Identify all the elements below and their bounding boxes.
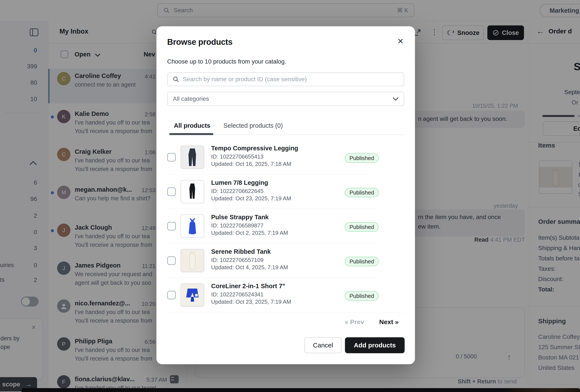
product-row[interactable]: Pulse Strappy Tank ID: 10222706589877 Up…: [156, 209, 415, 243]
product-search-placeholder: Search by name or product ID (case sensi…: [183, 76, 307, 83]
product-checkbox[interactable]: [167, 187, 176, 196]
status-badge: Published: [345, 257, 379, 266]
product-id: ID: 10222706589877: [211, 222, 264, 229]
close-icon[interactable]: ✕: [397, 37, 404, 45]
status-badge: Published: [345, 222, 379, 232]
add-products-button[interactable]: Add products: [345, 337, 405, 353]
product-updated: Updated: Oct 2, 2025, 7:19 AM: [211, 230, 288, 236]
product-thumbnail: [180, 249, 204, 272]
modal-title: Browse products: [167, 37, 232, 47]
product-checkbox[interactable]: [167, 153, 176, 161]
category-select[interactable]: All categories: [167, 92, 404, 106]
product-thumbnail: [180, 215, 204, 238]
product-updated: Updated: Oct 16, 2025, 7:18 AM: [211, 161, 291, 167]
product-row[interactable]: Lumen 7/8 Legging ID: 10222706622645 Upd…: [156, 174, 415, 209]
chevron-down-icon: [393, 97, 399, 101]
cancel-button[interactable]: Cancel: [304, 337, 341, 353]
product-name: CoreLiner 2-in-1 Short 7": [211, 283, 285, 290]
row-divider: [167, 312, 404, 312]
product-id: ID: 10222706557109: [211, 257, 264, 263]
product-updated: Updated: Oct 23, 2025, 7:19 AM: [211, 195, 291, 202]
product-id: ID: 10222706655413: [211, 153, 264, 160]
product-thumbnail: [180, 283, 204, 307]
product-row[interactable]: Tempo Compressive Legging ID: 1022270665…: [156, 140, 415, 174]
leggings-image: [186, 182, 199, 202]
product-id: ID: 10222706524341: [211, 291, 264, 298]
product-row[interactable]: CoreLiner 2-in-1 Short 7" ID: 1022270652…: [156, 278, 415, 312]
product-name: Lumen 7/8 Legging: [211, 179, 268, 186]
status-badge: Published: [345, 153, 379, 163]
category-value: All categories: [173, 95, 209, 102]
product-row[interactable]: Serene Ribbed Tank ID: 10222706557109 Up…: [156, 243, 415, 278]
pagination-prev[interactable]: « Prev: [345, 318, 364, 326]
shorts-image: [185, 286, 199, 304]
product-search-input[interactable]: Search by name or product ID (case sensi…: [167, 72, 404, 86]
status-badge: Published: [345, 188, 379, 197]
leggings-image: [186, 147, 199, 167]
product-checkbox[interactable]: [167, 291, 176, 299]
modal-subtitle: Choose up to 10 products from your catal…: [167, 58, 286, 65]
product-thumbnail: [180, 146, 204, 169]
search-icon: [172, 76, 179, 83]
product-checkbox[interactable]: [167, 222, 176, 231]
product-id: ID: 10222706622645: [211, 188, 264, 194]
product-updated: Updated: Oct 23, 2025, 7:19 AM: [211, 298, 291, 305]
tab-all-products[interactable]: All products: [174, 122, 210, 129]
status-badge: Published: [345, 291, 379, 301]
tank-top-image: [186, 251, 199, 270]
browse-products-modal: Browse products ✕ Choose up to 10 produc…: [156, 26, 415, 364]
product-thumbnail: [180, 180, 204, 203]
product-updated: Updated: Oct 4, 2025, 7:19 AM: [211, 264, 288, 271]
product-name: Serene Ribbed Tank: [211, 248, 271, 255]
product-name: Tempo Compressive Legging: [211, 145, 298, 152]
tank-top-image: [186, 216, 199, 236]
product-name: Pulse Strappy Tank: [211, 214, 269, 221]
product-checkbox[interactable]: [167, 256, 176, 265]
pagination-next[interactable]: Next »: [379, 318, 399, 326]
active-tab-underline: [169, 133, 213, 135]
tab-selected-products[interactable]: Selected products (0): [223, 122, 283, 129]
